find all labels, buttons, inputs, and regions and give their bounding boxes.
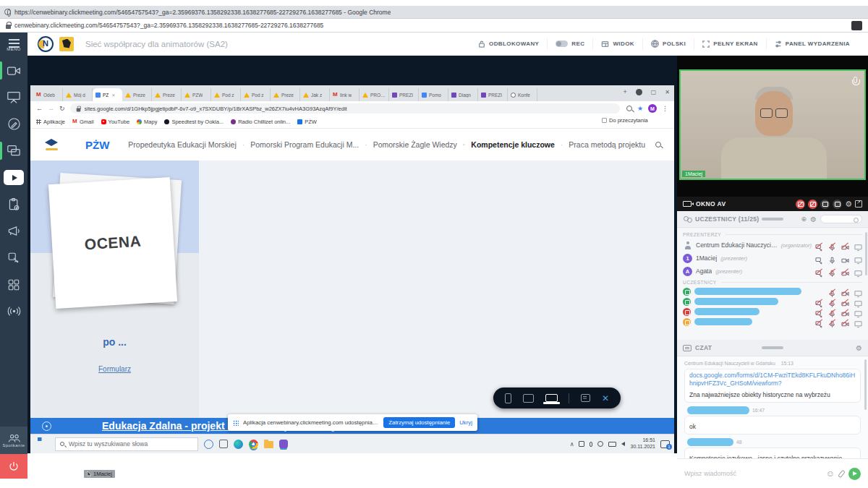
av-settings-gear-icon[interactable]: ⚙ [845,200,852,209]
presenter-video[interactable]: 1Maciej [679,69,866,180]
tray-volume-icon[interactable] [621,442,625,446]
close-button[interactable]: ✕ [665,89,670,95]
meeting-button[interactable]: Spotkanie [0,427,27,454]
screen-icon[interactable] [854,298,862,306]
surveys-button[interactable] [0,191,27,218]
attachment-icon[interactable] [838,469,846,478]
bookmark-star-icon[interactable]: ★ [637,105,643,112]
address-bar[interactable]: sites.google.com/d/1GHkp5jpgjetipdbP-6v7… [70,103,620,114]
participant-row[interactable] [683,307,862,317]
participant-row[interactable] [683,317,862,327]
site-nav-link[interactable]: Propedeutyka Edukacji Morskiej [128,140,236,149]
browser-tab[interactable]: Pomo [419,88,448,101]
view-button[interactable]: WIDOK [592,38,642,50]
mic-permission-icon[interactable] [828,267,836,275]
search-icon[interactable] [626,106,632,111]
camera-permission-icon[interactable] [841,288,849,296]
participant-row[interactable]: A Agata (prezenter) [683,265,862,278]
reading-list-button[interactable]: Do przeczytania [602,117,648,124]
screen-icon[interactable] [854,308,862,316]
browser-tab[interactable]: PŻW [182,88,211,101]
browser-tab[interactable]: Jak z [300,88,330,101]
share-permission-icon[interactable] [815,318,823,326]
feedback-icon[interactable] [581,394,590,402]
screen-icon[interactable] [854,254,862,262]
av-chat-button[interactable] [833,200,842,209]
browser-tab[interactable]: Pod z [241,88,271,101]
profile-circle-icon[interactable] [636,89,642,95]
leave-power-button[interactable] [0,454,27,479]
browser-tab[interactable]: Preze [152,88,182,101]
close-toolbar-icon[interactable]: ✕ [602,393,609,403]
browser-avatar[interactable]: M [648,104,657,113]
tray-display-icon[interactable] [608,442,616,447]
participant-row[interactable]: 1 1Maciej (prezenter) [683,252,862,265]
emoji-picker-icon[interactable]: ☺ [826,468,835,479]
screen-icon[interactable] [854,318,862,326]
share-permission-icon[interactable] [815,308,823,316]
hide-button[interactable]: Ukryj [459,419,472,426]
tray-mic-icon[interactable] [590,442,592,447]
message-link[interactable]: docs.google.com/forms/d/1CM-FwziTEkd8KFL… [689,372,856,387]
share-permission-icon[interactable] [815,298,823,306]
participants-scrollbar[interactable] [865,232,867,275]
fullscreen-button[interactable]: PEŁNY EKRAN [694,38,766,50]
cortana-button[interactable] [204,440,213,449]
browser-tab[interactable]: link w [330,88,359,101]
camera-permission-icon[interactable] [841,241,849,249]
mic-icon[interactable] [854,77,857,83]
site-nav-link[interactable]: Praca metodą projektu [555,140,645,149]
unlocked-button[interactable]: ODBLOKOWANY [470,38,547,50]
stop-sharing-button[interactable]: Zatrzymaj udostępnianie [383,417,455,428]
menu-button[interactable]: MENU [0,33,27,57]
cta-button[interactable] [0,244,27,271]
tray-app-icon[interactable] [579,441,584,447]
participant-row[interactable] [683,296,862,307]
whiteboard-button[interactable] [0,84,27,111]
share-permission-icon[interactable] [815,254,823,262]
edge-app-icon[interactable] [234,440,243,449]
bookmark-item[interactable]: YouTube [101,119,129,125]
back-icon[interactable]: ← [36,105,43,112]
chat-scrollbar[interactable] [864,359,867,410]
bookmark-item[interactable]: Mapy [137,119,157,125]
chat-settings-icon[interactable]: ⚙ [856,344,862,352]
mic-permission-icon[interactable] [828,254,836,262]
window-menu-button[interactable] [851,21,862,30]
draw-button[interactable] [0,111,27,137]
taskbar-clock[interactable]: 16:51 30.11.2021 [630,437,655,450]
mic-permission-icon[interactable] [828,308,836,316]
browser-tab[interactable]: Preze [271,88,300,101]
start-button[interactable] [38,437,46,446]
restore-button[interactable]: ▢ [651,89,657,95]
browser-tab[interactable]: Mój d [63,88,93,101]
os-window-urlbar[interactable]: cenwebinary.clickmeeting.com/54654757543… [0,19,868,33]
video-mode-button-active[interactable] [0,164,27,191]
browser-tab[interactable]: Konfe [508,88,537,101]
camera-off-button[interactable] [796,200,805,209]
bookmark-item[interactable]: Speedtest by Ookla... [164,119,224,125]
apps-button[interactable] [0,271,27,298]
broadcast-button[interactable] [0,298,27,325]
task-view-button[interactable] [219,440,228,448]
browser-tab[interactable]: Pod z [211,88,241,101]
drag-handle[interactable] [762,346,783,349]
mic-permission-icon[interactable] [828,318,836,326]
notification-center-icon[interactable]: 1 [660,440,670,448]
site-brand[interactable]: PŻW [85,139,109,151]
screen-icon[interactable] [854,288,862,296]
site-nav-link[interactable]: Pomorski Program Edukacji M... [237,140,359,149]
camera-permission-icon[interactable] [841,254,849,262]
send-button[interactable] [848,468,861,480]
new-tab-button[interactable]: + [623,88,626,95]
tray-expand-icon[interactable]: ∧ [570,441,574,448]
browser-tab[interactable]: Odeb [33,88,63,101]
popout-icon[interactable] [855,200,862,207]
bookmark-item[interactable]: PŻW [297,119,317,125]
purple-app-icon[interactable] [279,440,288,448]
participants-search-input[interactable] [820,215,862,223]
browser-menu-icon[interactable]: ⋮ [662,105,668,112]
bookmark-item[interactable]: Aplikacje [36,119,65,125]
screen-icon[interactable] [854,241,862,249]
mic-permission-icon[interactable] [828,298,836,306]
